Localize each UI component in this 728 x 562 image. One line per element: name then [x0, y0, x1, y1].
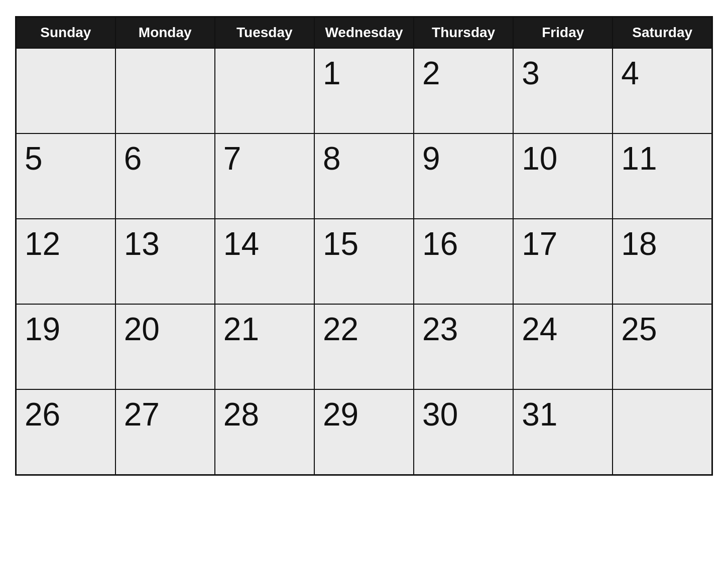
calendar-day-12[interactable]: 12 — [16, 219, 115, 304]
header-monday: Monday — [115, 17, 215, 49]
header-thursday: Thursday — [414, 17, 513, 49]
calendar-day-13[interactable]: 13 — [115, 219, 215, 304]
calendar-day-7[interactable]: 7 — [215, 133, 314, 219]
calendar-day-21[interactable]: 21 — [215, 304, 314, 389]
calendar-table: Sunday Monday Tuesday Wednesday Thursday… — [15, 16, 713, 476]
calendar-day-31[interactable]: 31 — [513, 389, 613, 475]
calendar-day-5[interactable]: 5 — [16, 133, 115, 219]
calendar-week-row: 19202122232425 — [16, 304, 712, 389]
calendar-day-4[interactable]: 4 — [613, 48, 712, 133]
calendar-day-empty — [115, 48, 215, 133]
calendar-week-row: 12131415161718 — [16, 219, 712, 304]
calendar-day-11[interactable]: 11 — [613, 133, 712, 219]
calendar-day-9[interactable]: 9 — [414, 133, 513, 219]
calendar-day-empty — [613, 389, 712, 475]
calendar-day-27[interactable]: 27 — [115, 389, 215, 475]
calendar-day-28[interactable]: 28 — [215, 389, 314, 475]
header-sunday: Sunday — [16, 17, 115, 49]
calendar-day-24[interactable]: 24 — [513, 304, 613, 389]
calendar-day-18[interactable]: 18 — [613, 219, 712, 304]
calendar-day-22[interactable]: 22 — [314, 304, 414, 389]
calendar-day-empty — [215, 48, 314, 133]
calendar-day-10[interactable]: 10 — [513, 133, 613, 219]
calendar-day-20[interactable]: 20 — [115, 304, 215, 389]
calendar-day-6[interactable]: 6 — [115, 133, 215, 219]
calendar-day-16[interactable]: 16 — [414, 219, 513, 304]
calendar-day-29[interactable]: 29 — [314, 389, 414, 475]
header-tuesday: Tuesday — [215, 17, 314, 49]
header-wednesday: Wednesday — [314, 17, 414, 49]
calendar-day-26[interactable]: 26 — [16, 389, 115, 475]
calendar-day-1[interactable]: 1 — [314, 48, 414, 133]
calendar-day-17[interactable]: 17 — [513, 219, 613, 304]
calendar-header-row: Sunday Monday Tuesday Wednesday Thursday… — [16, 17, 712, 49]
calendar-day-15[interactable]: 15 — [314, 219, 414, 304]
calendar-day-23[interactable]: 23 — [414, 304, 513, 389]
header-friday: Friday — [513, 17, 613, 49]
calendar-day-2[interactable]: 2 — [414, 48, 513, 133]
calendar-day-14[interactable]: 14 — [215, 219, 314, 304]
calendar-day-25[interactable]: 25 — [613, 304, 712, 389]
header-saturday: Saturday — [613, 17, 712, 49]
calendar-day-8[interactable]: 8 — [314, 133, 414, 219]
calendar-day-19[interactable]: 19 — [16, 304, 115, 389]
calendar-week-row: 1234 — [16, 48, 712, 133]
calendar-day-3[interactable]: 3 — [513, 48, 613, 133]
calendar-week-row: 262728293031 — [16, 389, 712, 475]
calendar-day-30[interactable]: 30 — [414, 389, 513, 475]
calendar-week-row: 567891011 — [16, 133, 712, 219]
calendar-day-empty — [16, 48, 115, 133]
